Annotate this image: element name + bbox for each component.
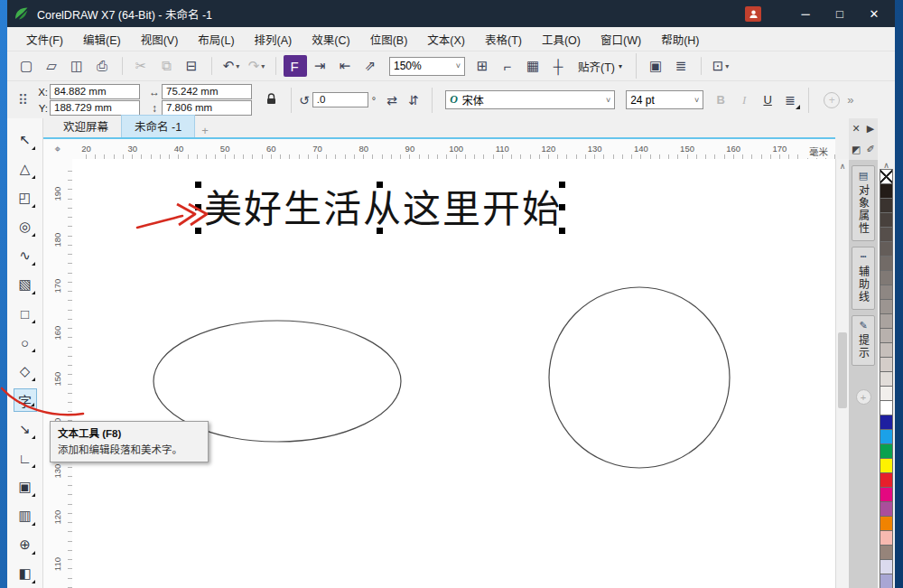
- color-swatch[interactable]: [880, 516, 893, 531]
- lock-ratio-icon[interactable]: [266, 92, 276, 108]
- color-swatch[interactable]: [880, 328, 893, 343]
- x-position-field[interactable]: 84.882 mm: [50, 84, 140, 99]
- color-swatch[interactable]: [880, 400, 893, 415]
- color-swatch[interactable]: [880, 285, 893, 300]
- color-swatch[interactable]: [880, 443, 893, 459]
- toolbox-tool[interactable]: ↖: [14, 126, 37, 154]
- docker-palette-icon[interactable]: ◩: [852, 144, 861, 155]
- color-swatch[interactable]: [880, 545, 893, 560]
- vertical-ruler[interactable]: 190180170160150140130120110: [43, 159, 72, 588]
- toolbar-icon[interactable]: ✂: [130, 55, 154, 77]
- toolbar-icon[interactable]: [275, 57, 276, 75]
- more-options-icon[interactable]: »: [847, 93, 853, 107]
- toolbox-tool[interactable]: ◧: [14, 559, 37, 588]
- toolbar-icon[interactable]: ↷▾: [245, 55, 268, 77]
- menu-item[interactable]: 布局(L): [188, 27, 244, 51]
- docker-tab[interactable]: ┅ 辅助线: [852, 247, 875, 310]
- close-button[interactable]: ✕: [859, 3, 889, 24]
- font-size-combo[interactable]: 24 pt ˅: [626, 90, 703, 109]
- color-swatch[interactable]: [880, 313, 893, 329]
- toolbox-tool[interactable]: ◰: [14, 183, 37, 212]
- drawing-canvas[interactable]: 美好生活从这里开始: [72, 159, 835, 588]
- toolbar-icon[interactable]: ⊟: [181, 55, 204, 77]
- toolbar-icon[interactable]: F: [284, 55, 307, 77]
- zoom-level-combo[interactable]: 150% ˅: [389, 57, 465, 76]
- toolbar-icon[interactable]: ◫: [66, 55, 89, 77]
- color-swatch[interactable]: [880, 256, 893, 271]
- menu-item[interactable]: 视图(V): [131, 27, 189, 51]
- toolbox-tool[interactable]: ▧: [14, 270, 37, 299]
- color-swatch[interactable]: [880, 270, 893, 285]
- document-tab[interactable]: 未命名 -1: [121, 115, 195, 137]
- color-swatch[interactable]: [880, 472, 893, 488]
- add-properties-icon[interactable]: +: [824, 92, 840, 108]
- toolbox-tool[interactable]: ↘: [14, 415, 37, 443]
- color-swatch[interactable]: [880, 241, 893, 257]
- toolbar-icon[interactable]: ≣: [670, 55, 694, 77]
- scrollbar-thumb[interactable]: [838, 332, 847, 408]
- toolbar-icon[interactable]: [122, 57, 123, 75]
- toolbox-tool[interactable]: ⊕: [14, 530, 37, 559]
- user-account-icon[interactable]: [745, 6, 761, 22]
- toolbar-icon[interactable]: ┼: [547, 55, 571, 77]
- italic-button[interactable]: I: [734, 90, 754, 110]
- toolbar-icon[interactable]: [701, 57, 702, 75]
- ruler-origin-button[interactable]: ⌖: [43, 137, 72, 159]
- toolbar-icon[interactable]: [211, 57, 212, 75]
- toolbox-tool[interactable]: ◇: [14, 357, 37, 386]
- width-field[interactable]: 75.242 mm: [162, 84, 252, 99]
- height-field[interactable]: 7.806 mm: [162, 100, 252, 116]
- toolbox-tool[interactable]: ○: [14, 328, 37, 357]
- toolbox-tool[interactable]: ▥: [14, 501, 37, 530]
- menu-item[interactable]: 文件(F): [16, 27, 73, 51]
- color-swatch[interactable]: [880, 458, 893, 473]
- color-swatch[interactable]: [880, 371, 893, 387]
- menu-item[interactable]: 效果(C): [302, 27, 359, 51]
- rotation-field[interactable]: .0: [312, 92, 368, 107]
- menu-item[interactable]: 帮助(H): [651, 27, 709, 51]
- menu-item[interactable]: 表格(T): [475, 27, 532, 51]
- color-swatch[interactable]: [880, 227, 893, 242]
- snap-to-button[interactable]: 贴齐(T) ▾: [572, 55, 628, 78]
- toolbox-tool[interactable]: 字: [14, 388, 37, 412]
- menu-item[interactable]: 编辑(E): [73, 27, 131, 51]
- menu-item[interactable]: 位图(B): [360, 27, 418, 51]
- docker-flyout-icon[interactable]: ▶: [867, 123, 874, 135]
- menu-item[interactable]: 排列(A): [245, 27, 303, 51]
- canvas-vertical-scrollbar[interactable]: ∧: [835, 159, 849, 588]
- y-position-field[interactable]: 188.729 mm: [50, 100, 140, 116]
- docker-close-icon[interactable]: ✕: [852, 123, 860, 135]
- toolbox-tool[interactable]: ∟: [14, 443, 37, 472]
- mirror-horizontal-icon[interactable]: ⇄: [381, 90, 403, 110]
- toolbox-tool[interactable]: □: [14, 299, 37, 328]
- color-swatch[interactable]: [880, 501, 893, 517]
- color-swatch[interactable]: [880, 415, 893, 430]
- color-swatch[interactable]: [880, 574, 893, 588]
- mirror-vertical-icon[interactable]: ⇵: [403, 90, 424, 110]
- toolbox-tool[interactable]: ▣: [14, 472, 37, 501]
- toolbar-icon[interactable]: ⌐: [497, 55, 520, 77]
- color-swatch[interactable]: [880, 212, 893, 228]
- maximize-button[interactable]: □: [824, 3, 855, 24]
- horizontal-ruler[interactable]: 2030405060708090100110120130140150160170…: [72, 137, 835, 159]
- underline-button[interactable]: U: [758, 90, 777, 110]
- scroll-up-icon[interactable]: ∧: [836, 159, 849, 173]
- title-bar[interactable]: CorelDRAW X7 (64-Bit) - 未命名 -1 ─ □ ✕: [7, 0, 895, 27]
- docker-tab[interactable]: ✎ 提示: [852, 315, 875, 366]
- bold-button[interactable]: B: [711, 90, 731, 110]
- toolbox-tool[interactable]: △: [14, 154, 37, 183]
- artistic-text-object[interactable]: 美好生活从这里开始: [204, 187, 562, 231]
- toolbar-icon[interactable]: ▦: [522, 55, 545, 77]
- toolbox-tool[interactable]: ◎: [14, 212, 37, 241]
- color-swatch[interactable]: [880, 169, 893, 184]
- toolbar-icon[interactable]: ⊡▾: [709, 55, 732, 77]
- toolbar-icon[interactable]: ⇥: [309, 55, 332, 77]
- menu-item[interactable]: 窗口(W): [591, 27, 651, 51]
- font-family-combo[interactable]: O 宋体 ˅: [445, 90, 615, 109]
- color-swatch[interactable]: [880, 357, 893, 372]
- color-swatch[interactable]: [880, 342, 893, 358]
- toolbar-icon[interactable]: ⎙: [91, 55, 115, 77]
- docker-tab[interactable]: ▤ 对象属性: [852, 165, 875, 241]
- document-tab[interactable]: 欢迎屏幕: [51, 116, 121, 137]
- menu-item[interactable]: 文本(X): [417, 27, 475, 51]
